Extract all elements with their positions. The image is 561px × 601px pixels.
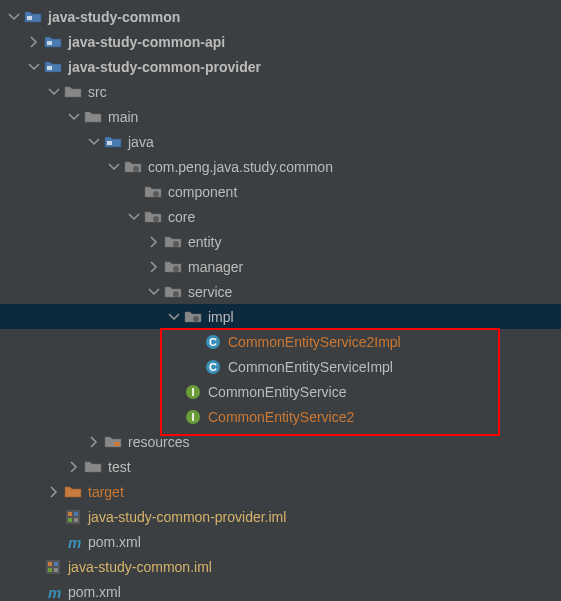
maven-file-icon <box>44 583 62 601</box>
tree-label: CommonEntityService <box>208 384 347 400</box>
tree-label: CommonEntityService2Impl <box>228 334 401 350</box>
tree-node-component[interactable]: component <box>0 179 561 204</box>
package-icon <box>144 208 162 226</box>
tree-label: entity <box>188 234 221 250</box>
iml-file-icon <box>44 558 62 576</box>
tree-label: core <box>168 209 195 225</box>
folder-icon <box>84 108 102 126</box>
tree-node-provider-iml[interactable]: java-study-common-provider.iml <box>0 504 561 529</box>
tree-label: component <box>168 184 237 200</box>
tree-node-service[interactable]: service <box>0 279 561 304</box>
source-folder-icon <box>104 133 122 151</box>
package-icon <box>124 158 142 176</box>
tree-label: pom.xml <box>88 534 141 550</box>
chevron-down-icon[interactable] <box>86 136 102 148</box>
tree-label: java-study-common.iml <box>68 559 212 575</box>
tree-label: service <box>188 284 232 300</box>
tree-node-package[interactable]: com.peng.java.study.common <box>0 154 561 179</box>
chevron-down-icon[interactable] <box>46 86 62 98</box>
tree-node-manager[interactable]: manager <box>0 254 561 279</box>
tree-label: target <box>88 484 124 500</box>
class-icon <box>204 358 222 376</box>
folder-icon <box>64 83 82 101</box>
chevron-right-icon[interactable] <box>66 461 82 473</box>
chevron-down-icon[interactable] <box>146 286 162 298</box>
tree-label: pom.xml <box>68 584 121 600</box>
interface-icon <box>184 383 202 401</box>
tree-node-interface-service2[interactable]: CommonEntityService2 <box>0 404 561 429</box>
folder-icon <box>84 458 102 476</box>
tree-node-main[interactable]: main <box>0 104 561 129</box>
tree-node-provider-pom[interactable]: pom.xml <box>0 529 561 554</box>
chevron-down-icon[interactable] <box>6 11 22 23</box>
tree-label: resources <box>128 434 189 450</box>
tree-label: manager <box>188 259 243 275</box>
tree-label: main <box>108 109 138 125</box>
module-folder-icon <box>44 33 62 51</box>
package-icon <box>164 258 182 276</box>
chevron-down-icon[interactable] <box>66 111 82 123</box>
tree-node-src[interactable]: src <box>0 79 561 104</box>
chevron-right-icon[interactable] <box>26 36 42 48</box>
resources-folder-icon <box>104 433 122 451</box>
tree-label: CommonEntityServiceImpl <box>228 359 393 375</box>
module-folder-icon <box>44 58 62 76</box>
tree-label: java-study-common <box>48 9 180 25</box>
tree-label: impl <box>208 309 234 325</box>
chevron-down-icon[interactable] <box>126 211 142 223</box>
chevron-right-icon[interactable] <box>46 486 62 498</box>
tree-label: java <box>128 134 154 150</box>
tree-node-core[interactable]: core <box>0 204 561 229</box>
tree-node-class-serviceimpl[interactable]: CommonEntityServiceImpl <box>0 354 561 379</box>
tree-label: CommonEntityService2 <box>208 409 354 425</box>
tree-node-root-iml[interactable]: java-study-common.iml <box>0 554 561 579</box>
iml-file-icon <box>64 508 82 526</box>
module-folder-icon <box>24 8 42 26</box>
interface-icon <box>184 408 202 426</box>
chevron-right-icon[interactable] <box>146 261 162 273</box>
tree-node-interface-service[interactable]: CommonEntityService <box>0 379 561 404</box>
tree-label: src <box>88 84 107 100</box>
tree-node-test[interactable]: test <box>0 454 561 479</box>
tree-node-entity[interactable]: entity <box>0 229 561 254</box>
tree-node-api[interactable]: java-study-common-api <box>0 29 561 54</box>
package-icon <box>144 183 162 201</box>
tree-label: java-study-common-api <box>68 34 225 50</box>
tree-node-impl[interactable]: impl <box>0 304 561 329</box>
tree-label: test <box>108 459 131 475</box>
package-icon <box>184 308 202 326</box>
tree-node-root-pom[interactable]: pom.xml <box>0 579 561 601</box>
tree-label: java-study-common-provider.iml <box>88 509 286 525</box>
chevron-right-icon[interactable] <box>146 236 162 248</box>
chevron-down-icon[interactable] <box>26 61 42 73</box>
chevron-down-icon[interactable] <box>106 161 122 173</box>
tree-node-resources[interactable]: resources <box>0 429 561 454</box>
package-icon <box>164 233 182 251</box>
tree-node-provider[interactable]: java-study-common-provider <box>0 54 561 79</box>
chevron-right-icon[interactable] <box>86 436 102 448</box>
excluded-folder-icon <box>64 483 82 501</box>
maven-file-icon <box>64 533 82 551</box>
tree-node-class-service2impl[interactable]: CommonEntityService2Impl <box>0 329 561 354</box>
chevron-down-icon[interactable] <box>166 311 182 323</box>
tree-label: java-study-common-provider <box>68 59 261 75</box>
tree-node-root[interactable]: java-study-common <box>0 4 561 29</box>
tree-node-java[interactable]: java <box>0 129 561 154</box>
tree-label: com.peng.java.study.common <box>148 159 333 175</box>
class-icon <box>204 333 222 351</box>
tree-node-target[interactable]: target <box>0 479 561 504</box>
package-icon <box>164 283 182 301</box>
